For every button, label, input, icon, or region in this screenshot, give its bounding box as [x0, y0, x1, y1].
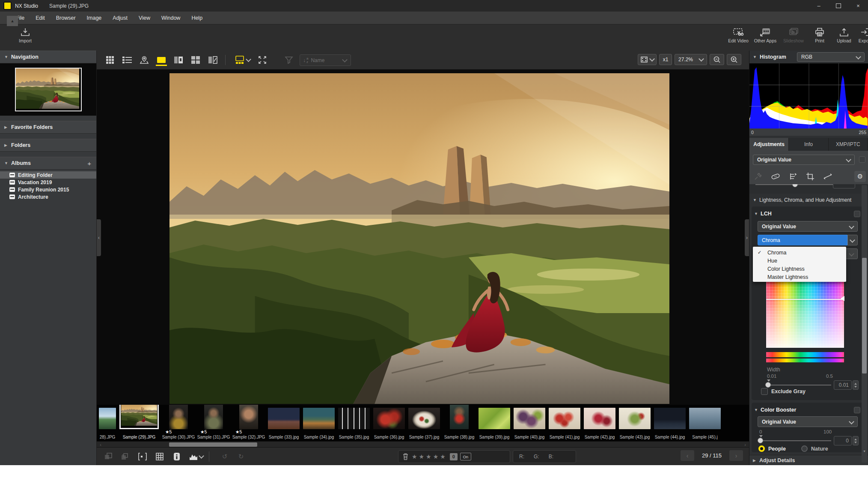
spin-down-icon[interactable] — [854, 386, 857, 388]
thumbnail-selected[interactable] — [119, 405, 159, 429]
filmstrip-item[interactable]: ★5 Sample (32).JPG — [231, 405, 266, 441]
tab-adjustments[interactable]: Adjustments — [749, 138, 789, 151]
lch-preset-dropdown[interactable]: Original Value — [758, 221, 858, 232]
fit-view-dropdown[interactable] — [638, 54, 657, 65]
folders-header[interactable]: ▶ Folders — [0, 139, 96, 152]
multi-view-button[interactable] — [189, 54, 202, 66]
thumbnail[interactable] — [479, 408, 510, 429]
thumbnail[interactable] — [654, 408, 686, 429]
close-button[interactable]: × — [848, 0, 868, 12]
filmstrip-item[interactable]: Sample (43).jpg — [617, 408, 652, 441]
edit-compare-view-button[interactable] — [206, 54, 219, 66]
grid-view-button[interactable] — [104, 54, 116, 66]
scroll-down-arrow[interactable]: ▲ — [862, 449, 867, 454]
menu-item-master-lightness[interactable]: Master Lightness — [753, 273, 846, 281]
histogram-channel-dropdown[interactable]: RGB — [797, 52, 865, 62]
filmstrip-item[interactable]: Sample (41).jpg — [547, 408, 582, 441]
fullscreen-button[interactable] — [256, 54, 269, 66]
scroll-right-arrow[interactable]: › — [742, 442, 748, 447]
exclude-gray-checkbox[interactable]: Exclude Gray — [761, 388, 806, 395]
add-album-button[interactable]: + — [87, 160, 91, 167]
straighten-icon[interactable] — [823, 172, 832, 181]
radio-selected-icon[interactable] — [758, 445, 765, 452]
thumbnail[interactable] — [450, 405, 469, 429]
checkbox-icon[interactable] — [761, 388, 768, 395]
filmstrip-item[interactable]: Sample (45).j — [687, 408, 722, 441]
zoom-out-button[interactable] — [710, 54, 724, 65]
grid-overlay-button[interactable] — [154, 451, 165, 462]
lch-channel-dropdown[interactable]: Chroma — [758, 235, 847, 245]
spin-up-icon[interactable] — [854, 383, 857, 385]
booster-spinner[interactable] — [853, 436, 859, 445]
zoom-in-button[interactable] — [727, 54, 741, 65]
collapse-left-panel-handle[interactable]: ‹ — [97, 219, 101, 256]
filmstrip-layout-button[interactable] — [233, 54, 253, 66]
adjustment-settings-button[interactable]: ⚙ — [854, 171, 866, 182]
color-booster-preset-dropdown[interactable]: Original Value — [758, 416, 858, 427]
thumbnail[interactable] — [239, 405, 258, 429]
menu-item-hue[interactable]: Hue — [753, 257, 846, 265]
thumbnail[interactable] — [338, 408, 370, 429]
filter-button[interactable] — [282, 54, 295, 66]
filmstrip-scroll-thumb[interactable] — [169, 442, 257, 447]
album-item-architecture[interactable]: Architecture — [0, 193, 96, 200]
panel-scrollbar[interactable] — [862, 185, 867, 463]
filmstrip-item[interactable]: Sample (39).jpg — [477, 408, 512, 441]
other-apps-button[interactable]: Other Apps — [752, 27, 779, 43]
lch-channel-dropdown-chevron[interactable] — [847, 235, 858, 245]
thumbnail[interactable] — [204, 405, 223, 429]
filmstrip-item[interactable]: Sample (33).jpg — [266, 408, 301, 441]
color-booster-checkbox[interactable] — [854, 407, 860, 413]
lch-section-header[interactable]: ▼ Lightness, Chroma, and Hue Adjustment — [749, 195, 868, 205]
lch-enabled-checkbox[interactable] — [854, 211, 860, 217]
filmstrip-scrollbar[interactable]: ‹ › — [97, 441, 749, 448]
album-item-editing-folder[interactable]: Editing Folder — [0, 171, 96, 179]
maximize-button[interactable] — [829, 0, 848, 12]
thumbnail[interactable] — [408, 408, 440, 429]
booster-value-box[interactable]: 0 — [834, 436, 852, 445]
sort-dropdown[interactable]: ↓ a z Name — [300, 54, 351, 66]
print-button[interactable]: Print — [806, 27, 833, 43]
crop-icon[interactable] — [806, 172, 814, 181]
lch-header[interactable]: ▼ LCH — [754, 210, 860, 218]
spin-down-icon[interactable] — [854, 442, 857, 443]
thumbnail[interactable] — [549, 408, 580, 429]
menu-help[interactable]: Help — [186, 15, 208, 21]
histogram-header[interactable]: ▼ Histogram RGB — [749, 51, 868, 63]
color-booster-header[interactable]: ▼ Color Booster — [754, 406, 860, 414]
panel-scroll-thumb[interactable] — [862, 258, 867, 373]
star-rating[interactable]: ★★★★★ — [412, 453, 447, 460]
menu-browser[interactable]: Browser — [51, 15, 81, 21]
thumbnail[interactable] — [619, 408, 651, 429]
thumbnail[interactable] — [689, 408, 721, 429]
filmstrip-item[interactable]: Sample (38).jpg — [442, 405, 477, 441]
slider-knob[interactable] — [792, 184, 798, 187]
adjust-details-header[interactable]: ▶ Adjust Details — [749, 455, 868, 465]
albums-header[interactable]: ▼ Albums + — [0, 157, 96, 170]
map-view-button[interactable] — [138, 54, 151, 66]
tab-xmp-iptc[interactable]: XMP/IPTC — [829, 138, 868, 151]
tab-info[interactable]: Info — [789, 138, 828, 151]
radio-unselected-icon[interactable] — [801, 445, 808, 452]
curve-handle-icon[interactable] — [841, 296, 844, 301]
thumbnail[interactable] — [99, 408, 116, 429]
album-item-vacation-2019[interactable]: Vacation 2019 — [0, 179, 96, 186]
filmstrip-item[interactable]: Sample (34).jpg — [301, 408, 336, 441]
next-image-button[interactable]: › — [729, 450, 743, 461]
navigation-section-header[interactable]: ▼ Navigation — [0, 51, 96, 63]
width-value-box[interactable]: 0.01 — [834, 380, 852, 390]
import-button[interactable]: Import — [12, 27, 39, 43]
favorite-folders-header[interactable]: ▶ Favorite Folders — [0, 121, 96, 134]
filmstrip-item[interactable]: Sample (35).jpg — [336, 408, 372, 441]
compare-two-view-button[interactable] — [172, 54, 185, 66]
filmstrip-item[interactable]: 28).JPG — [98, 408, 117, 441]
menu-item-color-lightness[interactable]: Color Lightness — [753, 265, 846, 273]
album-item-family-reunion-2015[interactable]: Family Reunion 2015 — [0, 186, 96, 193]
info-overlay-button[interactable] — [171, 451, 182, 462]
retouch-brush-icon[interactable] — [771, 172, 780, 181]
preset-checkbox[interactable] — [859, 156, 865, 163]
width-slider-track[interactable] — [767, 385, 831, 385]
edit-video-button[interactable]: Edit Video — [725, 27, 752, 43]
thumbnail[interactable] — [584, 408, 615, 429]
booster-slider-knob[interactable] — [758, 438, 763, 443]
